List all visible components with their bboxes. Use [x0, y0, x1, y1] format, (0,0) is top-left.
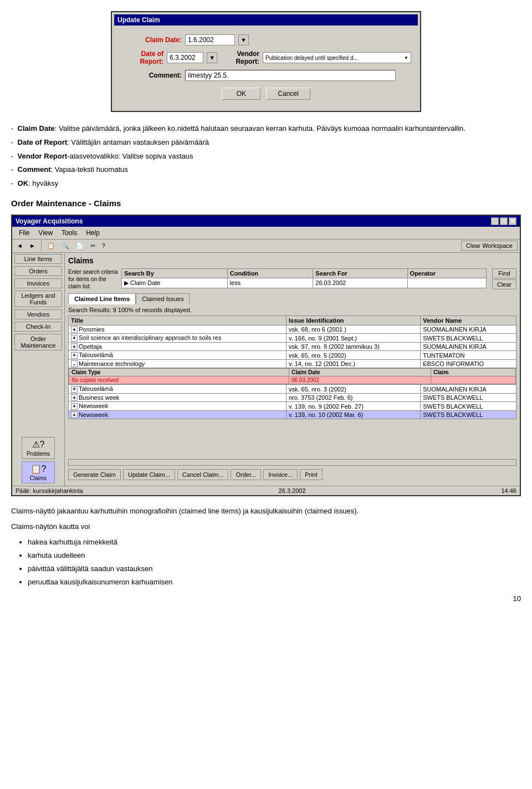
date-of-report-input[interactable]: 6.3.2002 [167, 52, 203, 63]
find-btn[interactable]: Find [492, 268, 516, 278]
cancel-claim-btn[interactable]: Cancel Claim... [177, 469, 229, 480]
table-row[interactable]: +Poromies vsk. 68, nro 6 (2001 ) SUOMALA… [69, 325, 516, 334]
claims-main-title: Claims [68, 256, 516, 265]
claim-date-header: Claim Date [289, 369, 431, 376]
tab-claimed-line-items[interactable]: Claimed Line Items [68, 293, 136, 304]
update-claim-dialog: Update Claim Claim Date: 1.6.2002 ▼ Date… [111, 11, 421, 112]
cancel-button[interactable]: Cancel [266, 88, 310, 100]
back-btn[interactable]: ◄ [14, 241, 25, 251]
toolbar-btn-5[interactable]: ? [100, 241, 108, 251]
sidebar-problems-btn[interactable]: ⚠? Problems [22, 437, 55, 459]
results-table: Title Issue Identification Vendor Name +… [68, 315, 516, 420]
sidebar-line-items[interactable]: Line Items [14, 254, 62, 264]
bottom-buttons: Generate Claim Update Claim... Cancel Cl… [68, 467, 516, 482]
search-for-cell[interactable]: 26.03.2002 [313, 278, 407, 288]
page-number: 10 [11, 594, 521, 603]
order-btn[interactable]: Order... [231, 469, 261, 480]
table-row[interactable]: +Soil science an interdisciplinary appro… [69, 334, 516, 343]
scrollbar-area [68, 458, 516, 467]
dialog-titlebar: Update Claim [114, 14, 418, 26]
search-area: Enter search criteria for items on the c… [68, 268, 516, 290]
sidebar: Line Items Orders Invoices Ledgers and F… [12, 253, 65, 486]
operator-cell[interactable] [407, 278, 486, 288]
clear-workspace-btn[interactable]: Clear Workspace [461, 241, 518, 251]
expand-btn-9[interactable]: + [71, 411, 78, 418]
bottom-bullets: hakea karhuttuja nimekkeitä karhuta uude… [28, 536, 521, 588]
claim-date-dropdown-btn[interactable]: ▼ [238, 34, 249, 45]
condition-cell[interactable]: less [227, 278, 313, 288]
table-row[interactable]: +Opettaja vsk. 97, nro. 9 (2002 tammikuu… [69, 342, 516, 351]
clear-btn[interactable]: Clear [492, 279, 516, 289]
statusbar-time: 14:46 [501, 487, 516, 494]
vendor-report-arrow: ▼ [404, 55, 408, 60]
sidebar-claims-btn[interactable]: 📋? Claims [22, 461, 55, 483]
ok-term: OK [18, 179, 29, 187]
table-row[interactable]: +Talouselämä vsk. 65, nro. 5 (2002) TUNT… [69, 351, 516, 360]
date-of-report-term: Date of Report [18, 138, 68, 146]
claim-date-label: Claim Date: [121, 36, 182, 44]
search-right-buttons: Find Clear [492, 268, 516, 289]
table-row-highlighted[interactable]: +Newsweek v. 139, no. 10 (2002 Mar. 6) S… [69, 410, 516, 419]
print-btn[interactable]: Print [300, 469, 323, 480]
date-of-report-dropdown-btn[interactable]: ▼ [207, 52, 217, 63]
search-by-cell[interactable]: ▶ Claim Date [122, 278, 228, 288]
expand-btn-1[interactable]: + [71, 326, 78, 333]
ok-button[interactable]: OK [222, 88, 260, 100]
claims-icon: 📋? [30, 464, 47, 474]
problems-label: Problems [27, 451, 50, 457]
claim-date-term: Claim Date [18, 124, 55, 133]
minimize-btn[interactable]: _ [491, 217, 499, 225]
tab-claimed-issues[interactable]: Claimed Issues [136, 293, 190, 304]
comment-input[interactable] [185, 70, 396, 81]
description-section-1: - Claim Date: Valitse päivämäärä, jonka … [11, 123, 521, 190]
toolbar-sep-1 [41, 241, 42, 251]
title-header: Title [69, 315, 287, 325]
menu-file[interactable]: File [14, 228, 34, 238]
vendor-report-dropdown[interactable]: Publication delayed until specified d...… [263, 52, 411, 63]
table-row[interactable]: +Business week nro. 3753 (2002 Feb. 6) S… [69, 393, 516, 402]
update-claim-btn[interactable]: Update Claim... [123, 469, 175, 480]
desc-bullet-4: - Comment: Vapaa-teksti huomatus [11, 164, 521, 176]
vendor-report-value: Publication delayed until specified d... [265, 55, 404, 61]
sidebar-spacer [12, 352, 64, 435]
claim-date-input[interactable]: 1.6.2002 [185, 34, 235, 45]
generate-claim-btn[interactable]: Generate Claim [68, 469, 121, 480]
sidebar-order-maintenance[interactable]: Order Maintenance [14, 334, 62, 350]
toolbar-btn-2[interactable]: 🔍 [59, 241, 71, 251]
sidebar-check-in[interactable]: Check-In [14, 322, 62, 332]
toolbar-btn-4[interactable]: ✂ [88, 241, 98, 251]
menu-tools[interactable]: Tools [57, 228, 81, 238]
table-row[interactable]: +Newsweek v. 139, no. 9 (2002 Feb. 27) S… [69, 402, 516, 411]
menu-view[interactable]: View [34, 228, 57, 238]
expand-btn-2[interactable]: + [71, 335, 78, 342]
expand-btn-7[interactable]: + [71, 394, 78, 401]
sidebar-orders[interactable]: Orders [14, 266, 62, 276]
forward-btn[interactable]: ► [27, 241, 38, 251]
app-menubar: File View Tools Help [12, 227, 520, 240]
claim-date-cell: 06.03.2002 [289, 376, 431, 384]
table-row[interactable]: -Maintenance technology v. 14, no. 12 (2… [69, 359, 516, 368]
vendor-report-label: Vendor Report: [221, 50, 259, 65]
close-btn[interactable]: ✕ [509, 217, 516, 225]
expand-btn-8[interactable]: + [71, 403, 78, 410]
results-container: Title Issue Identification Vendor Name +… [68, 315, 516, 458]
expand-btn-4[interactable]: + [71, 352, 78, 359]
expand-btn-6[interactable]: + [71, 386, 78, 393]
sidebar-invoices[interactable]: Invoices [14, 278, 62, 288]
expand-btn-5[interactable]: - [71, 360, 78, 367]
toolbar-btn-1[interactable]: 📋 [45, 241, 57, 251]
desc-bullet-3: - Vendor Report-alasvetovalikko: Valitse… [11, 151, 521, 162]
search-criteria-table: Search By Condition Search For Operator … [121, 268, 487, 288]
sidebar-vendors[interactable]: Vendors [14, 309, 62, 319]
app-toolbar: ◄ ► 📋 🔍 📄 ✂ ? Clear Workspace [12, 240, 520, 253]
table-row[interactable]: +Talouselämä vsk. 65, nro. 3 (2002) SUOM… [69, 385, 516, 394]
invoice-btn[interactable]: Invoice... [263, 469, 298, 480]
search-hint: Enter search criteria for items on the c… [68, 268, 118, 290]
sidebar-ledgers-funds[interactable]: Ledgers and Funds [14, 291, 62, 307]
expand-inner-row[interactable]: No copies received 06.03.2002 [69, 376, 516, 384]
expand-btn-3[interactable]: + [71, 343, 78, 350]
h-scrollbar[interactable] [68, 459, 516, 466]
menu-help[interactable]: Help [81, 228, 104, 238]
maximize-btn[interactable]: □ [500, 217, 508, 225]
toolbar-btn-3[interactable]: 📄 [74, 241, 86, 251]
